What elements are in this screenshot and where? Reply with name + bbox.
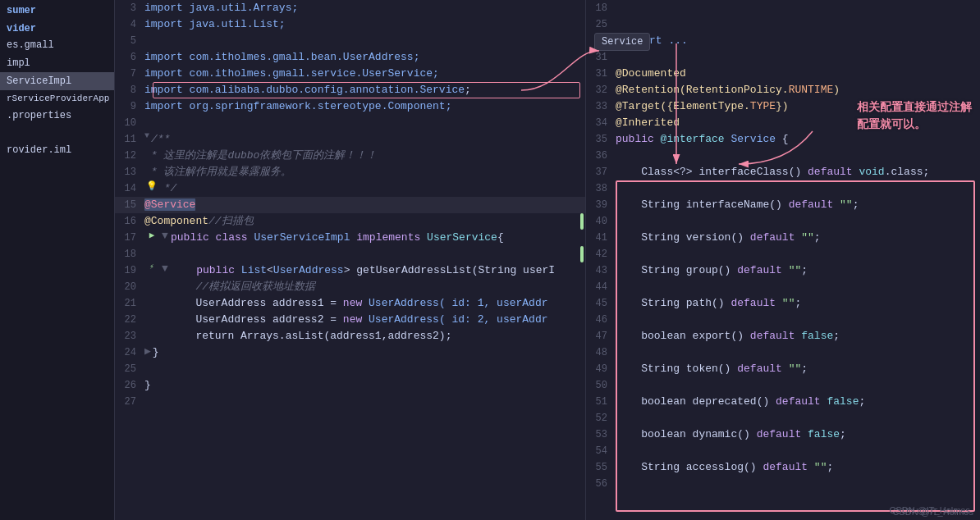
line-content: import org.springframework.stereotype.Co… bbox=[144, 98, 585, 115]
line-number: 42 bbox=[586, 246, 616, 262]
line-number: 43 bbox=[586, 262, 616, 279]
sidebar: sumer vider es.gmall impl ServiceImpl rS… bbox=[0, 0, 115, 520]
code-line-20: 20 //模拟返回收获地址数据 bbox=[115, 279, 585, 295]
sidebar-item-serviceimpl[interactable]: ServiceImpl bbox=[0, 72, 114, 90]
line-content: UserAddress address2 = new UserAddress( … bbox=[144, 312, 585, 328]
line-number: 21 bbox=[115, 295, 144, 312]
right-line-36: 36 bbox=[586, 148, 980, 164]
code-line-21: 21 UserAddress address1 = new UserAddres… bbox=[115, 295, 585, 312]
sidebar-item-provider-app[interactable]: rServiceProviderApp bbox=[0, 90, 114, 107]
right-line-25: 25 bbox=[586, 16, 980, 33]
code-line-3: 3 import java.util.Arrays; bbox=[115, 0, 585, 16]
right-line-35: 35 public @interface Service { bbox=[586, 131, 980, 148]
code-line-19: 19 ⚡ ▼ public List<UserAddress> getUserA… bbox=[115, 262, 585, 279]
line-content: UserAddress address1 = new UserAddress( … bbox=[144, 295, 585, 312]
run-icon-2[interactable]: ⚡ bbox=[146, 262, 158, 271]
line-content: String path() default ""; bbox=[616, 295, 980, 312]
line-number: 39 bbox=[586, 197, 616, 213]
line-number: 49 bbox=[586, 361, 616, 377]
line-content: import com.itholmes.gmall.service.UserSe… bbox=[144, 66, 585, 82]
line-number: 36 bbox=[586, 148, 616, 164]
left-code: 3 import java.util.Arrays; 4 import java… bbox=[115, 0, 585, 520]
right-code: Service 18 25 30 ▶ import ... 31 31 @Doc… bbox=[586, 0, 980, 520]
code-line-11: 11 ▼ /** bbox=[115, 131, 585, 148]
line-number: 37 bbox=[586, 164, 616, 180]
fold-icon2[interactable]: ▼ bbox=[159, 230, 171, 242]
line-number: 11 bbox=[115, 131, 144, 148]
line-number: 15 bbox=[115, 197, 144, 213]
line-number: 23 bbox=[115, 328, 144, 344]
sidebar-header-vider[interactable]: vider bbox=[0, 18, 114, 36]
right-line-55: 55 String accesslog() default ""; bbox=[586, 459, 980, 476]
line-number: 52 bbox=[586, 410, 616, 426]
line-number: 9 bbox=[115, 98, 144, 115]
line-number: 56 bbox=[586, 476, 616, 492]
warn-icon: 💡 bbox=[146, 180, 158, 191]
line-content: import java.util.Arrays; bbox=[144, 0, 585, 16]
line-content: @Retention(RetentionPolicy.RUNTIME) bbox=[616, 82, 980, 98]
line-number: 16 bbox=[115, 213, 144, 230]
right-line-18: 18 bbox=[586, 0, 980, 16]
fold-icon-3[interactable]: ▼ bbox=[159, 262, 171, 275]
sidebar-item-properties[interactable]: .properties bbox=[0, 107, 114, 125]
sidebar-item-provider-iml[interactable]: rovider.iml bbox=[0, 141, 114, 159]
right-line-42: 42 bbox=[586, 246, 980, 262]
line-content: import ... bbox=[624, 33, 980, 49]
code-line-7: 7 import com.itholmes.gmall.service.User… bbox=[115, 66, 585, 82]
right-line-53: 53 boolean dynamic() default false; bbox=[586, 426, 980, 443]
line-number: 48 bbox=[586, 344, 616, 361]
line-content: boolean dynamic() default false; bbox=[616, 426, 980, 443]
line-content: @Documented bbox=[616, 66, 980, 82]
right-line-52: 52 bbox=[586, 410, 980, 426]
line-content: public List<UserAddress> getUserAddressL… bbox=[171, 262, 585, 279]
line-content: public class UserServiceImpl implements … bbox=[171, 230, 585, 246]
line-number: 27 bbox=[115, 394, 144, 410]
line-number: 44 bbox=[586, 279, 616, 295]
line-content: @Component//扫描包 bbox=[144, 213, 585, 230]
line-number: 18 bbox=[586, 0, 616, 16]
line-number: 41 bbox=[586, 230, 616, 246]
right-line-51: 51 boolean deprecated() default false; bbox=[586, 394, 980, 410]
line-number: 51 bbox=[586, 394, 616, 410]
line-number: 14 bbox=[115, 180, 144, 197]
sidebar-header-sumer[interactable]: sumer bbox=[0, 0, 114, 18]
line-number: 8 bbox=[115, 82, 144, 98]
right-line-50: 50 bbox=[586, 377, 980, 394]
right-line-31b: 31 @Documented bbox=[586, 66, 980, 82]
right-line-37: 37 Class<?> interfaceClass() default voi… bbox=[586, 164, 980, 180]
code-line-18: 18 bbox=[115, 246, 585, 262]
fold-icon-4[interactable]: ▶ bbox=[144, 344, 151, 358]
line-number: 17 bbox=[115, 230, 144, 246]
sidebar-item-gmall[interactable]: es.gmall bbox=[0, 36, 114, 54]
line-content: } bbox=[144, 377, 585, 394]
line-content: //模拟返回收获地址数据 bbox=[144, 279, 585, 295]
right-line-49: 49 String token() default ""; bbox=[586, 361, 980, 377]
fold-icon[interactable]: ▼ bbox=[144, 131, 149, 140]
code-line-27: 27 bbox=[115, 394, 585, 410]
line-number: 18 bbox=[115, 246, 144, 262]
code-line-9: 9 import org.springframework.stereotype.… bbox=[115, 98, 585, 115]
line-content: import com.alibaba.dubbo.config.annotati… bbox=[144, 82, 585, 98]
sidebar-item-impl[interactable]: impl bbox=[0, 54, 114, 72]
code-line-10: 10 bbox=[115, 115, 585, 131]
line-content: } bbox=[153, 344, 585, 361]
line-content: String token() default ""; bbox=[616, 361, 980, 377]
line-number: 3 bbox=[115, 0, 144, 16]
right-line-44: 44 bbox=[586, 279, 980, 295]
line-content: Class<?> interfaceClass() default void.c… bbox=[616, 164, 980, 180]
line-content: String accesslog() default ""; bbox=[616, 459, 980, 476]
line-number: 20 bbox=[115, 279, 144, 295]
line-content: public @interface Service { bbox=[616, 131, 980, 148]
line-number: 34 bbox=[586, 115, 616, 131]
line-content: * 该注解作用就是暴露服务。 bbox=[144, 164, 585, 180]
line-content: import com.itholmes.gmall.bean.UserAddre… bbox=[144, 49, 585, 66]
right-line-46: 46 bbox=[586, 312, 980, 328]
right-line-39: 39 String interfaceName() default ""; bbox=[586, 197, 980, 213]
right-line-54: 54 bbox=[586, 443, 980, 459]
run-icon[interactable]: ▶ bbox=[146, 230, 158, 240]
line-number: 50 bbox=[586, 377, 616, 394]
code-line-17: 17 ▶ ▼ public class UserServiceImpl impl… bbox=[115, 230, 585, 246]
line-number: 55 bbox=[586, 459, 616, 476]
code-line-14: 14 💡 */ bbox=[115, 180, 585, 197]
line-number: 35 bbox=[586, 131, 616, 148]
